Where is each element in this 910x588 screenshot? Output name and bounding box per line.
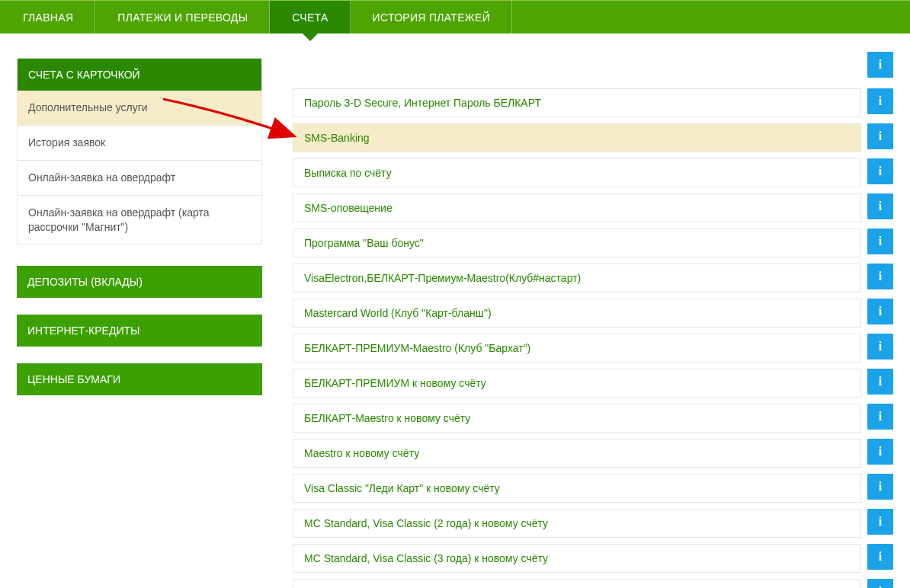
info-icon: i	[879, 129, 882, 143]
service-link-7[interactable]: БЕЛКАРТ-ПРЕМИУМ-Maestro (Клуб "Бархат")	[293, 334, 861, 363]
sidebar-head-deposits[interactable]: ДЕПОЗИТЫ (ВКЛАДЫ)	[17, 266, 262, 298]
sidebar-block-securities[interactable]: ЦЕННЫЕ БУМАГИ	[17, 363, 262, 395]
service-row: MC Standard, Visa Classic (3 года) к нов…	[293, 544, 893, 573]
service-row: MC Standard, Visa Classic (2 года) к нов…	[293, 509, 893, 538]
service-link-9[interactable]: БЕЛКАРТ-Maestro к новому счёту	[293, 404, 861, 433]
info-icon: i	[879, 200, 882, 213]
info-icon: i	[879, 165, 882, 178]
service-row: SMS-оповещениеi	[293, 193, 893, 222]
info-icon: i	[879, 58, 882, 72]
info-icon: i	[879, 305, 882, 318]
info-icon: i	[879, 340, 882, 353]
info-icon: i	[879, 550, 882, 564]
info-icon: i	[879, 270, 882, 283]
service-row: VisaElectron,БЕЛКАРТ-Премиум-Maestro(Клу…	[293, 264, 893, 292]
sidebar-block-credits[interactable]: ИНТЕРНЕТ-КРЕДИТЫ	[17, 315, 262, 347]
service-link-5[interactable]: VisaElectron,БЕЛКАРТ-Премиум-Maestro(Клу…	[293, 264, 861, 292]
info-button-7[interactable]: i	[867, 334, 893, 360]
sidebar-item-2[interactable]: Онлайн-заявка на овердрафт	[18, 160, 261, 195]
sidebar-item-1[interactable]: История заявок	[18, 125, 261, 160]
service-link-12[interactable]: MC Standard, Visa Classic (2 года) к нов…	[293, 509, 861, 538]
info-icon: i	[879, 235, 882, 248]
info-button-2[interactable]: i	[867, 158, 893, 184]
sidebar-block-deposits[interactable]: ДЕПОЗИТЫ (ВКЛАДЫ)	[17, 266, 262, 298]
info-button-10[interactable]: i	[867, 439, 893, 465]
service-list: Пароль 3-D Secure, Интернет Пароль БЕЛКА…	[293, 88, 893, 588]
nav-tab-3[interactable]: ИСТОРИЯ ПЛАТЕЖЕЙ	[351, 1, 512, 34]
info-button-3[interactable]: i	[867, 193, 893, 219]
info-icon: i	[879, 585, 882, 588]
info-button-11[interactable]: i	[867, 474, 893, 500]
sidebar-head-cards[interactable]: СЧЕТА С КАРТОЧКОЙ	[18, 59, 261, 91]
info-icon: i	[879, 410, 882, 423]
service-row: Пароль 3-D Secure, Интернет Пароль БЕЛКА…	[293, 88, 893, 117]
info-icon: i	[879, 480, 882, 494]
info-button-13[interactable]: i	[867, 544, 893, 570]
info-button-0[interactable]: i	[867, 88, 893, 114]
service-row: Visa Classic "Леди Карт" к новому счётуi	[293, 474, 893, 503]
info-button-4[interactable]: i	[867, 228, 893, 254]
info-button-1[interactable]: i	[867, 123, 893, 149]
service-link-3[interactable]: SMS-оповещение	[293, 193, 861, 222]
info-icon: i	[879, 375, 882, 388]
service-row: БЕЛКАРТ-Maestro к новому счётуi	[293, 404, 893, 433]
info-button-6[interactable]: i	[867, 299, 893, 324]
sidebar: СЧЕТА С КАРТОЧКОЙ Дополнительные услугиИ…	[17, 58, 262, 412]
info-icon: i	[879, 445, 882, 459]
info-button-5[interactable]: i	[867, 264, 893, 289]
service-row: MC Gold, Visa Gold (2 года) к новому счё…	[293, 579, 893, 588]
info-button-page[interactable]: i	[867, 52, 893, 78]
service-row: Программа "Ваш бонус"i	[293, 228, 893, 257]
service-link-1[interactable]: SMS-Banking	[293, 123, 861, 152]
service-row: БЕЛКАРТ-ПРЕМИУМ-Maestro (Клуб "Бархат")i	[293, 334, 893, 363]
info-icon: i	[879, 94, 882, 108]
info-button-12[interactable]: i	[867, 509, 893, 535]
service-row: БЕЛКАРТ-ПРЕМИУМ к новому счётуi	[293, 369, 893, 398]
service-link-8[interactable]: БЕЛКАРТ-ПРЕМИУМ к новому счёту	[293, 369, 861, 398]
sidebar-head-securities[interactable]: ЦЕННЫЕ БУМАГИ	[17, 363, 262, 395]
sidebar-item-3[interactable]: Онлайн-заявка на овердрафт (карта рассро…	[18, 195, 261, 244]
sidebar-head-credits[interactable]: ИНТЕРНЕТ-КРЕДИТЫ	[17, 315, 262, 347]
service-link-2[interactable]: Выписка по счёту	[293, 158, 861, 187]
service-link-0[interactable]: Пароль 3-D Secure, Интернет Пароль БЕЛКА…	[293, 88, 861, 117]
service-link-6[interactable]: Mastercard World (Клуб "Карт-бланш")	[293, 299, 861, 328]
service-link-4[interactable]: Программа "Ваш бонус"	[293, 228, 861, 257]
service-link-14[interactable]: MC Gold, Visa Gold (2 года) к новому счё…	[293, 579, 861, 588]
main-content: i Пароль 3-D Secure, Интернет Пароль БЕЛ…	[293, 58, 893, 588]
top-nav: ГЛАВНАЯПЛАТЕЖИ И ПЕРЕВОДЫСЧЕТАИСТОРИЯ ПЛ…	[0, 0, 910, 34]
service-row: Maestro к новому счётуi	[293, 439, 893, 468]
service-row: SMS-Bankingi	[293, 123, 893, 152]
nav-tab-0[interactable]: ГЛАВНАЯ	[0, 1, 95, 34]
sidebar-block-cards: СЧЕТА С КАРТОЧКОЙ Дополнительные услугиИ…	[17, 58, 262, 244]
service-link-11[interactable]: Visa Classic "Леди Карт" к новому счёту	[293, 474, 861, 503]
nav-tab-1[interactable]: ПЛАТЕЖИ И ПЕРЕВОДЫ	[95, 1, 270, 34]
info-button-9[interactable]: i	[867, 404, 893, 430]
info-button-14[interactable]: i	[867, 579, 893, 588]
sidebar-item-0[interactable]: Дополнительные услуги	[18, 91, 261, 125]
info-button-8[interactable]: i	[867, 369, 893, 395]
info-icon: i	[879, 515, 882, 529]
nav-tab-2[interactable]: СЧЕТА	[270, 1, 350, 34]
service-row: Выписка по счётуi	[293, 158, 893, 187]
service-link-10[interactable]: Maestro к новому счёту	[293, 439, 861, 468]
service-row: Mastercard World (Клуб "Карт-бланш")i	[293, 299, 893, 328]
service-link-13[interactable]: MC Standard, Visa Classic (3 года) к нов…	[293, 544, 861, 573]
